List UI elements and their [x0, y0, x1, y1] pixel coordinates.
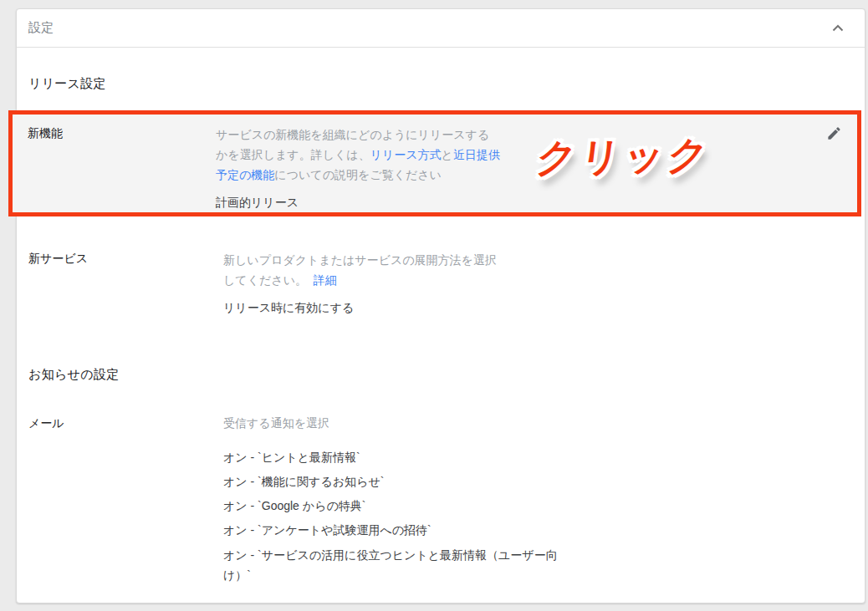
chevron-up-icon	[832, 24, 844, 32]
notification-item: オン - `アンケートや試験運用への招待`	[223, 518, 558, 542]
release-method-link[interactable]: リリース方式	[370, 148, 442, 161]
edit-button[interactable]	[824, 123, 844, 143]
notification-item: オン - `機能に関するお知らせ`	[223, 470, 558, 494]
settings-page: 設定 リリース設定 新機能 サービスの新機能を組織にどのようにリリースする かを…	[0, 0, 868, 611]
new-services-value: リリース時に有効にする	[223, 299, 866, 316]
new-features-row[interactable]: 新機能 サービスの新機能を組織にどのようにリリースする かを選択します。詳しくは…	[8, 110, 861, 216]
new-services-description: 新しいプロダクトまたはサービスの展開方法を選択 してください。 詳細	[223, 250, 866, 290]
new-services-label: 新サービス	[17, 250, 223, 267]
collapse-button[interactable]	[828, 18, 848, 38]
settings-title: 設定	[28, 20, 54, 36]
email-label: メール	[17, 415, 223, 431]
notification-settings-title: お知らせの設定	[28, 367, 120, 383]
notification-item: オン - `サービスの活用に役立つヒントと最新情報（ユーザー向け）`	[223, 542, 558, 587]
detail-link[interactable]: 詳細	[314, 273, 337, 287]
click-annotation: クリック	[533, 129, 715, 185]
notification-list: オン - `ヒントと最新情報` オン - `機能に関するお知らせ` オン - `…	[223, 446, 866, 587]
settings-section-header[interactable]: 設定	[17, 9, 865, 48]
email-hint: 受信する通知を選択	[223, 415, 866, 431]
upcoming-features-link-part1[interactable]: 近日提供	[453, 148, 500, 161]
release-settings-title: リリース設定	[28, 76, 106, 92]
new-features-label: 新機能	[13, 125, 216, 141]
new-features-value: 計画的リリース	[216, 194, 857, 211]
email-notifications-row[interactable]: メール 受信する通知を選択 オン - `ヒントと最新情報` オン - `機能に関…	[17, 415, 866, 587]
email-content: 受信する通知を選択 オン - `ヒントと最新情報` オン - `機能に関するお知…	[223, 415, 866, 587]
upcoming-features-link-part2[interactable]: 予定の機能	[216, 168, 274, 181]
pencil-icon	[826, 125, 842, 141]
notification-item: オン - `Google からの特典`	[223, 494, 558, 518]
new-services-content: 新しいプロダクトまたはサービスの展開方法を選択 してください。 詳細 リリース時…	[223, 250, 866, 316]
new-services-row[interactable]: 新サービス 新しいプロダクトまたはサービスの展開方法を選択 してください。 詳細…	[17, 250, 866, 316]
notification-item: オン - `ヒントと最新情報`	[223, 446, 558, 470]
settings-card: 設定 リリース設定 新機能 サービスの新機能を組織にどのようにリリースする かを…	[16, 8, 865, 603]
